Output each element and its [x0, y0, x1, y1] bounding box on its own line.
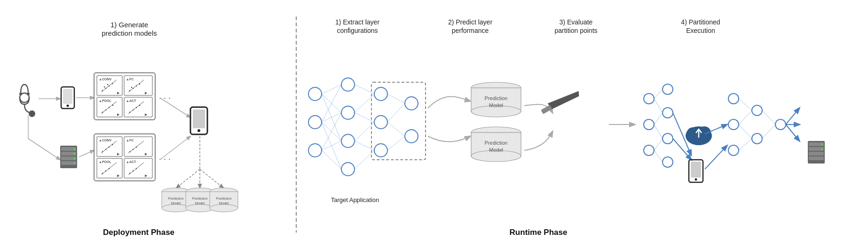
svg-text:. . .: . . .: [159, 152, 171, 162]
svg-rect-213: [809, 152, 824, 156]
svg-line-202: [739, 139, 752, 150]
svg-line-144: [322, 113, 341, 150]
svg-point-3: [29, 110, 35, 117]
svg-text:Prediction: Prediction: [485, 95, 508, 101]
svg-line-203: [762, 110, 775, 124]
svg-point-190: [687, 127, 700, 140]
svg-point-112: [210, 204, 238, 212]
svg-point-216: [821, 148, 823, 150]
svg-line-199: [739, 99, 752, 110]
svg-line-97: [176, 169, 200, 188]
svg-point-135: [405, 97, 418, 110]
svg-point-195: [728, 145, 739, 156]
svg-line-206: [705, 146, 727, 169]
svg-point-194: [728, 119, 739, 130]
svg-text:configurations: configurations: [337, 27, 378, 34]
svg-point-5: [27, 93, 30, 95]
svg-point-131: [341, 163, 355, 176]
svg-text:▲ACT: ▲ACT: [126, 99, 136, 102]
svg-line-179: [654, 99, 663, 113]
svg-line-183: [654, 150, 663, 162]
svg-point-176: [663, 133, 673, 144]
svg-line-137: [322, 85, 341, 94]
svg-text:▲CONV: ▲CONV: [99, 139, 111, 142]
svg-line-178: [654, 89, 663, 99]
svg-point-197: [752, 133, 762, 144]
svg-point-20: [74, 158, 75, 159]
svg-line-145: [322, 141, 341, 150]
svg-text:▲POOL: ▲POOL: [99, 99, 111, 102]
svg-text:Prediction: Prediction: [485, 140, 508, 146]
svg-rect-94: [193, 109, 205, 128]
svg-text:Deployment Phase: Deployment Phase: [103, 228, 174, 237]
svg-point-174: [663, 84, 673, 94]
svg-line-154: [387, 103, 405, 122]
svg-point-198: [775, 119, 786, 130]
svg-text:Execution: Execution: [686, 27, 715, 34]
svg-point-21: [74, 163, 75, 164]
svg-point-172: [644, 119, 654, 130]
svg-line-99: [200, 169, 223, 188]
svg-line-180: [654, 113, 663, 124]
svg-point-193: [728, 93, 739, 104]
svg-text:partition points: partition points: [554, 27, 597, 34]
svg-line-22: [79, 150, 94, 157]
svg-line-8: [28, 139, 60, 160]
svg-line-181: [654, 124, 663, 139]
svg-point-173: [644, 145, 654, 156]
svg-text:2) Predict layer: 2) Predict layer: [448, 18, 492, 26]
svg-point-30: [104, 86, 105, 87]
svg-point-171: [644, 93, 654, 104]
svg-point-177: [663, 157, 673, 167]
svg-line-141: [322, 113, 341, 122]
svg-point-188: [695, 179, 697, 181]
svg-point-130: [341, 134, 355, 148]
svg-point-136: [405, 130, 418, 143]
svg-line-200: [739, 110, 752, 124]
svg-point-4: [19, 93, 22, 95]
svg-text:1) Generate: 1) Generate: [110, 21, 148, 29]
svg-text:Runtime Phase: Runtime Phase: [510, 228, 568, 237]
svg-point-191: [698, 126, 711, 140]
svg-text:Prediction: Prediction: [168, 196, 183, 201]
svg-text:▲FC: ▲FC: [126, 78, 134, 81]
svg-point-127: [308, 144, 322, 157]
svg-point-134: [374, 144, 387, 157]
svg-line-152: [355, 150, 374, 169]
svg-line-204: [762, 124, 775, 139]
svg-text:1) Extract layer: 1) Extract layer: [335, 18, 379, 26]
svg-point-132: [374, 87, 387, 101]
svg-line-207: [786, 108, 799, 124]
svg-line-140: [322, 85, 341, 122]
svg-rect-187: [691, 162, 701, 178]
svg-text:Model: Model: [195, 201, 205, 205]
svg-line-156: [387, 136, 405, 150]
svg-text:Model: Model: [219, 201, 229, 205]
svg-point-31: [107, 84, 108, 85]
svg-text:Prediction: Prediction: [192, 196, 207, 201]
svg-text:▲CONV: ▲CONV: [99, 78, 111, 81]
svg-text:Model: Model: [489, 102, 503, 108]
svg-text:Model: Model: [489, 147, 503, 153]
svg-line-92: [160, 136, 190, 160]
svg-line-155: [387, 122, 405, 136]
svg-point-175: [663, 108, 673, 118]
main-scene: 1) Generate prediction models: [0, 0, 868, 249]
svg-point-133: [374, 116, 387, 129]
svg-point-125: [308, 87, 322, 101]
svg-rect-10: [63, 89, 72, 104]
svg-point-11: [67, 105, 69, 107]
svg-text:performance: performance: [452, 27, 489, 34]
svg-text:▲FC: ▲FC: [126, 139, 134, 142]
svg-point-196: [752, 105, 762, 116]
svg-rect-214: [809, 156, 824, 160]
svg-text:Model: Model: [171, 201, 181, 205]
svg-line-201: [739, 124, 752, 139]
svg-text:4) Partitioned: 4) Partitioned: [681, 18, 720, 26]
svg-text:Prediction: Prediction: [216, 196, 231, 201]
svg-point-95: [197, 129, 200, 132]
svg-text:▲ACT: ▲ACT: [126, 160, 136, 163]
svg-text:3) Evaluate: 3) Evaluate: [560, 18, 593, 26]
svg-point-18: [74, 148, 75, 150]
svg-line-153: [387, 94, 405, 103]
